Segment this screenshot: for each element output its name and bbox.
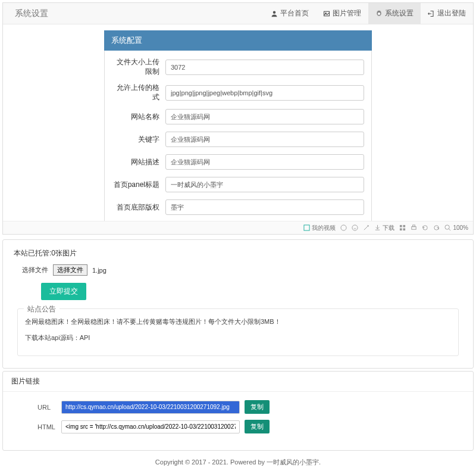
svg-point-3 [378,13,380,14]
svg-rect-12 [413,225,415,227]
footer: Copyright © 2017 - 2021. Powered by 一时威风… [0,453,476,468]
copy-url-button[interactable]: 复制 [245,400,270,414]
label-keywords: 关键字 [112,135,165,145]
file-select-button[interactable]: 选择文件 [53,264,87,276]
file-row: 选择文件 选择文件 1.jpg [14,264,462,276]
wand-icon[interactable] [363,224,369,231]
nav-images-label: 图片管理 [333,8,361,18]
face-icon[interactable] [352,224,358,231]
svg-rect-7 [400,225,402,227]
zoom-icon [444,224,451,231]
links-panel: 图片链接 URL 复制 HTML 复制 [2,371,474,451]
page-title: 系统设置 [3,8,60,19]
admin-panel: 系统设置 平台首页 图片管理 系统设置 退出登陆 系统配置 文件大小上传限制 [2,2,474,235]
notice-line-2: 下载本站api源码：API [25,333,451,342]
svg-point-0 [273,11,276,14]
label-upload-limit: 文件大小上传限制 [112,58,165,76]
svg-rect-4 [304,225,309,230]
admin-body: 系统配置 文件大小上传限制 允许上传的格式 网站名称 关键字 [3,24,473,221]
svg-point-6 [352,225,358,230]
api-link[interactable]: API [80,334,90,341]
input-footer-copy[interactable] [165,199,364,215]
svg-point-5 [341,225,346,230]
logout-icon [428,10,435,17]
input-site-name[interactable] [165,109,364,124]
grid-icon[interactable] [399,224,406,231]
label-footer-copy: 首页底部版权 [112,203,165,213]
download-icon [374,224,381,231]
hosted-count: 本站已托管:0张图片 [14,248,462,258]
input-panel-title[interactable] [165,177,364,192]
svg-point-13 [445,225,449,229]
panel-body: 文件大小上传限制 允许上传的格式 网站名称 关键字 网站描述 [104,51,372,221]
admin-nav: 系统设置 平台首页 图片管理 系统设置 退出登陆 [3,3,473,24]
input-keywords[interactable] [165,132,364,147]
tb-my-view[interactable]: 我的视频 [303,224,336,232]
label-panel-title: 首页panel标题 [112,180,165,190]
rotate-icon[interactable] [422,224,428,231]
html-label: HTML [14,423,61,430]
image-icon [323,10,330,17]
settings-panel: 系统配置 文件大小上传限制 允许上传的格式 网站名称 关键字 [104,30,372,221]
label-site-name: 网站名称 [112,113,165,122]
input-upload-limit[interactable] [165,60,364,75]
label-formats: 允许上传的格式 [112,83,165,102]
nav-home-label: 平台首页 [280,8,309,18]
tb-zoom[interactable]: 100% [444,224,468,231]
select-file-label: 选择文件 [22,266,48,274]
label-description: 网站描述 [112,158,165,167]
upload-panel: 本站已托管:0张图片 选择文件 选择文件 1.jpg 立即提交 站点公告 全网最… [2,239,474,369]
link-row-url: URL 复制 [14,400,462,414]
notice-line-1: 全网最稳图床！全网最稳图床！请不要上传黄赌毒等违规图片！每个文件大小限制3MB！ [25,317,451,326]
user-icon [271,10,278,17]
nav-settings[interactable]: 系统设置 [368,3,421,24]
form-row-formats: 允许上传的格式 [112,83,364,102]
submit-button[interactable]: 立即提交 [41,283,86,300]
form-row-upload-limit: 文件大小上传限制 [112,58,364,76]
nav-images[interactable]: 图片管理 [316,3,368,24]
form-row-description: 网站描述 [112,154,364,170]
square-icon [303,224,310,231]
form-row-panel-title: 首页panel标题 [112,177,364,192]
form-row-footer-copy: 首页底部版权 [112,199,364,215]
form-row-keywords: 关键字 [112,132,364,147]
svg-rect-10 [403,228,406,230]
notice-title: 站点公告 [24,304,60,314]
link-row-html: HTML 复制 [14,420,462,433]
nav-logout-label: 退出登陆 [437,8,466,18]
selected-filename: 1.jpg [92,267,107,274]
nav-settings-label: 系统设置 [385,8,414,18]
links-title: 图片链接 [3,372,473,392]
svg-rect-8 [403,225,406,227]
input-formats[interactable] [165,85,364,101]
url-label: URL [14,404,61,411]
toolbar-top: 我的视频 下载 100% [3,221,473,234]
url-input[interactable] [61,401,240,414]
tb-download[interactable]: 下载 [374,224,394,232]
input-description[interactable] [165,154,364,170]
notice-box: 站点公告 全网最稳图床！全网最稳图床！请不要上传黄赌毒等违规图片！每个文件大小限… [17,308,459,356]
nav-logout[interactable]: 退出登陆 [421,3,473,24]
html-input[interactable] [61,420,240,433]
svg-rect-11 [412,227,416,230]
print-icon[interactable] [411,224,417,231]
svg-rect-9 [400,228,402,230]
panel-header: 系统配置 [104,30,372,51]
form-row-site-name: 网站名称 [112,109,364,124]
nav-home[interactable]: 平台首页 [264,3,316,24]
circle-icon[interactable] [340,224,347,231]
rotate2-icon[interactable] [433,224,440,231]
copy-html-button[interactable]: 复制 [245,420,270,433]
gear-icon [375,10,383,17]
